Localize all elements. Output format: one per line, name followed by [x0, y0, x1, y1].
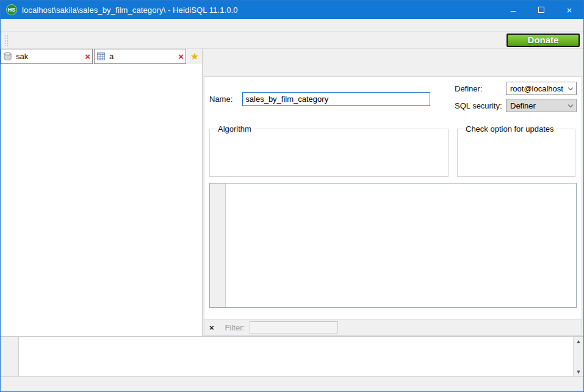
close-filter-icon[interactable]: × [209, 323, 214, 332]
sub-tab-bar [203, 63, 583, 76]
clear-database-filter-icon[interactable]: × [85, 51, 90, 62]
heidisql-window: HS localhost\sakila\sales_by_film_catego… [0, 0, 584, 392]
table-filter-value: a [109, 52, 178, 61]
chevron-down-icon [568, 102, 573, 107]
scroll-down-icon[interactable]: ▼ [576, 369, 582, 375]
filter-bar: × Filter: [204, 319, 582, 335]
sql-security-select[interactable]: Definer [506, 99, 577, 112]
sql-security-value: Definer [510, 101, 536, 110]
filter-label: Filter: [225, 323, 245, 332]
database-tree-panel: sak × a × ★ [1, 49, 203, 336]
clear-table-filter-icon[interactable]: × [178, 51, 184, 62]
definer-value: root@localhost [510, 84, 563, 93]
view-options-panel: Name: Definer: root@localhost SQL s [204, 76, 582, 336]
window-title: localhost\sakila\sales_by_film_category\… [22, 5, 238, 15]
editor-button-row [209, 308, 577, 319]
app-icon: HS [6, 4, 17, 15]
table-filter[interactable]: a × [94, 49, 186, 64]
algorithm-legend: Algorithm [216, 124, 253, 134]
maximize-icon [538, 7, 544, 13]
toolbar-grip [5, 35, 8, 46]
log-code [19, 337, 573, 376]
main-panel: Name: Definer: root@localhost SQL s [203, 49, 583, 336]
name-label: Name: [209, 94, 233, 104]
editor-line-numbers [210, 184, 226, 307]
tree-filter-row: sak × a × ★ [1, 49, 202, 64]
sql-security-label: SQL security: [455, 101, 506, 110]
title-bar: HS localhost\sakila\sales_by_film_catego… [1, 1, 583, 19]
table-filter-icon [96, 52, 106, 61]
chevron-down-icon [568, 85, 573, 90]
database-filter-value: sak [16, 52, 85, 61]
close-button[interactable]: × [555, 1, 583, 19]
check-option-legend: Check option for updates [464, 124, 556, 134]
main-tab-bar [203, 49, 583, 63]
favorites-star-icon[interactable]: ★ [187, 49, 202, 64]
view-sql-editor[interactable] [209, 183, 577, 308]
log-line-numbers [1, 337, 19, 376]
scroll-up-icon[interactable]: ▲ [576, 338, 582, 344]
database-tree [1, 64, 202, 336]
database-filter[interactable]: sak × [1, 49, 93, 64]
status-bar [1, 376, 583, 391]
algorithm-group: Algorithm [209, 124, 449, 177]
minimize-button[interactable]: – [499, 1, 527, 19]
donate-button[interactable]: Donate [506, 34, 580, 47]
database-filter-icon [3, 52, 12, 61]
sql-log-panel[interactable]: ▲ ▼ [1, 336, 583, 376]
definer-label: Definer: [455, 84, 506, 93]
log-scrollbar[interactable]: ▲ ▼ [573, 337, 583, 376]
maximize-button[interactable] [527, 1, 555, 19]
editor-code [226, 184, 576, 307]
check-option-group: Check option for updates [457, 124, 575, 177]
filter-input[interactable] [250, 321, 338, 333]
menu-bar [1, 19, 583, 32]
view-name-input[interactable] [242, 92, 430, 106]
definer-select[interactable]: root@localhost [506, 82, 577, 95]
toolbar: Donate [1, 32, 583, 49]
